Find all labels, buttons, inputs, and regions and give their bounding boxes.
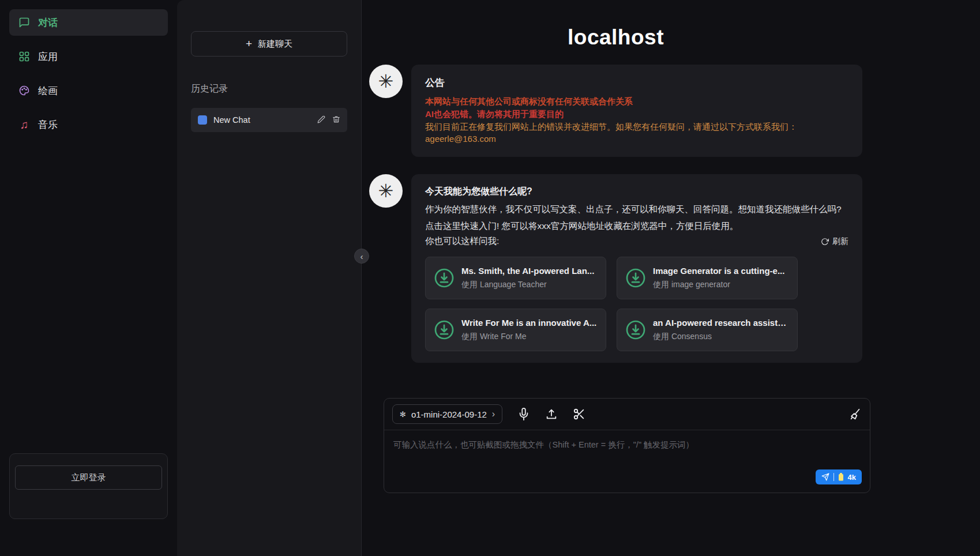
openai-logo-icon: ✳ xyxy=(369,174,403,208)
scissors-icon[interactable] xyxy=(573,408,585,420)
suggestion-subtitle: 使用 Write For Me xyxy=(461,332,596,342)
download-circle-icon xyxy=(625,320,646,340)
suggestion-texts: Ms. Smith, the AI-powered Lan... 使用 Lang… xyxy=(461,266,594,290)
new-chat-label: 新建聊天 xyxy=(258,39,292,50)
token-badge: 4k xyxy=(848,473,856,482)
paper-plane-icon xyxy=(821,473,829,481)
announcement-line: AI也会犯错。请勿将其用于重要目的 xyxy=(425,108,848,121)
history-title: 历史记录 xyxy=(191,83,347,95)
sidebar-item-drawing[interactable]: 绘画 xyxy=(9,77,168,104)
suggestion-grid: Ms. Smith, the AI-powered Lan... 使用 Lang… xyxy=(425,257,848,351)
suggestion-title: Image Generator is a cutting-e... xyxy=(653,266,784,276)
suggestion-subtitle: 使用 image generator xyxy=(653,280,784,290)
clean-context-icon[interactable] xyxy=(849,408,862,420)
microphone-icon[interactable] xyxy=(517,408,530,420)
suggestion-texts: an AI-powered research assista... 使用 Con… xyxy=(653,318,789,342)
announcement-bubble: 公告 本网站与任何其他公司或商标没有任何关联或合作关系 AI也会犯错。请勿将其用… xyxy=(411,65,862,157)
suggestion-title: Write For Me is an innovative A... xyxy=(461,318,596,328)
announcement-title: 公告 xyxy=(425,76,848,89)
suggestion-texts: Image Generator is a cutting-e... 使用 ima… xyxy=(653,266,784,290)
sidebar-item-label: 对话 xyxy=(38,16,58,29)
page-title: localhost xyxy=(369,25,862,50)
suggestion-card[interactable]: Ms. Smith, the AI-powered Lan... 使用 Lang… xyxy=(425,257,606,299)
palette-icon xyxy=(18,85,30,96)
chat-item-title: New Chat xyxy=(213,115,250,125)
download-circle-icon xyxy=(434,268,455,288)
suggestion-subtitle: 使用 Language Teacher xyxy=(461,280,594,290)
suggestion-card[interactable]: Image Generator is a cutting-e... 使用 ima… xyxy=(617,257,798,299)
refresh-label: 刷新 xyxy=(832,236,848,247)
sidebar-item-music[interactable]: ♫ 音乐 xyxy=(9,111,168,138)
new-chat-button[interactable]: + 新建聊天 xyxy=(191,31,347,57)
plus-icon: + xyxy=(246,37,252,50)
suggestion-card[interactable]: Write For Me is an innovative A... 使用 Wr… xyxy=(425,309,606,351)
composer-toolbar: ✻ o1-mini-2024-09-12 › xyxy=(384,399,870,430)
sparkle-icon: ✻ xyxy=(400,410,406,419)
model-selector[interactable]: ✻ o1-mini-2024-09-12 › xyxy=(392,404,502,424)
openai-logo-icon: ✳ xyxy=(369,65,403,98)
contact-email-link[interactable]: ageerle@163.com xyxy=(425,133,848,145)
sidebar-item-apps[interactable]: 应用 xyxy=(9,43,168,70)
sidebar-item-label: 音乐 xyxy=(38,118,58,132)
chevron-left-icon: ‹ xyxy=(361,251,363,261)
model-name: o1-mini-2024-09-12 xyxy=(411,410,487,419)
chat-item-actions xyxy=(317,115,340,125)
app-window: 对话 应用 绘画 ♫ 音乐 立即登录 + 新建聊天 历史记录 xyxy=(0,0,980,556)
edit-icon[interactable] xyxy=(317,115,325,125)
suggestion-title: Ms. Smith, the AI-powered Lan... xyxy=(461,266,594,276)
welcome-title: 今天我能为您做些什么呢? xyxy=(425,186,848,198)
sidebar: 对话 应用 绘画 ♫ 音乐 立即登录 xyxy=(0,0,177,556)
upload-icon[interactable] xyxy=(545,408,558,420)
ask-row: 你也可以这样问我: 刷新 xyxy=(425,235,848,247)
chevron-right-icon: › xyxy=(492,409,495,419)
apps-grid-icon xyxy=(18,51,30,62)
send-button[interactable]: 4k xyxy=(816,469,862,484)
download-circle-icon xyxy=(434,320,455,340)
refresh-suggestions-button[interactable]: 刷新 xyxy=(821,236,848,247)
collapse-sidebar-button[interactable]: ‹ xyxy=(354,249,369,264)
welcome-bubble: 今天我能为您做些什么呢? 作为你的智慧伙伴，我不仅可以写文案、出点子，还可以和你… xyxy=(411,174,862,363)
assistant-message: ✳ 公告 本网站与任何其他公司或商标没有任何关联或合作关系 AI也会犯错。请勿将… xyxy=(369,65,862,157)
download-circle-icon xyxy=(625,268,646,288)
send-divider xyxy=(833,473,834,481)
sidebar-item-label: 应用 xyxy=(38,50,58,63)
sidebar-item-chat[interactable]: 对话 xyxy=(9,9,168,36)
chat-bubble-icon xyxy=(198,115,207,125)
assistant-message: ✳ 今天我能为您做些什么呢? 作为你的智慧伙伴，我不仅可以写文案、出点子，还可以… xyxy=(369,174,862,363)
chat-list-item[interactable]: New Chat xyxy=(191,108,347,132)
suggestion-title: an AI-powered research assista... xyxy=(653,318,789,328)
suggestion-texts: Write For Me is an innovative A... 使用 Wr… xyxy=(461,318,596,342)
composer-body: 4k xyxy=(384,430,870,493)
suggestion-subtitle: 使用 Consensus xyxy=(653,332,789,342)
announcement-line: 本网站与任何其他公司或商标没有任何关联或合作关系 xyxy=(425,95,848,108)
composer: ✻ o1-mini-2024-09-12 › xyxy=(384,398,870,493)
ask-label: 你也可以这样问我: xyxy=(425,235,499,247)
history-panel: + 新建聊天 历史记录 New Chat xyxy=(177,0,362,556)
refresh-icon xyxy=(821,238,829,246)
welcome-body: 作为你的智慧伙伴，我不仅可以写文案、出点子，还可以和你聊天、回答问题。想知道我还… xyxy=(425,201,848,234)
battery-icon xyxy=(838,473,844,481)
login-panel: 立即登录 xyxy=(9,453,168,519)
message-input[interactable] xyxy=(384,430,870,490)
sidebar-item-label: 绘画 xyxy=(38,84,58,97)
announcement-line: 我们目前正在修复我们网站上的错误并改进细节。如果您有任何疑问，请通过以下方式联系… xyxy=(425,121,848,133)
music-note-icon: ♫ xyxy=(18,119,30,130)
chat-icon xyxy=(18,17,30,28)
chat-main: ‹ localhost ✳ 公告 本网站与任何其他公司或商标没有任何关联或合作关… xyxy=(362,0,980,556)
delete-icon[interactable] xyxy=(332,115,340,125)
login-button[interactable]: 立即登录 xyxy=(15,465,162,490)
suggestion-card[interactable]: an AI-powered research assista... 使用 Con… xyxy=(617,309,798,351)
